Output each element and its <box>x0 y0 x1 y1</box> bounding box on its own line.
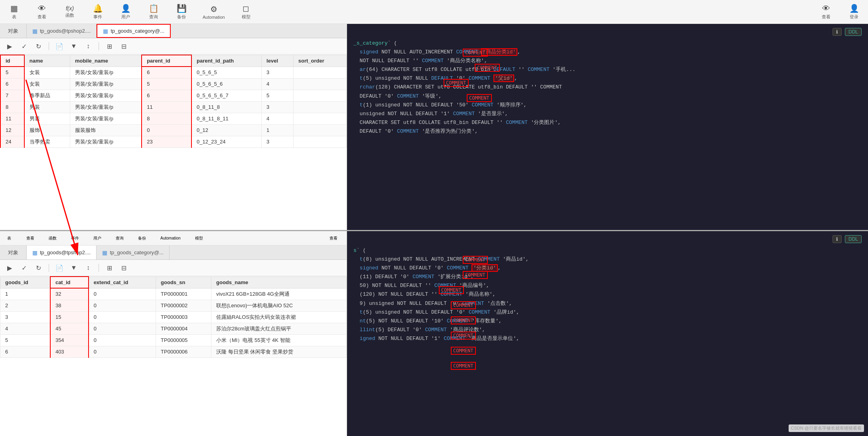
bottom-toolbar-query[interactable]: 查询 <box>112 234 127 243</box>
cell-level: 3 <box>262 136 294 147</box>
table-row[interactable]: 7春季新品男装/女装/童装/p60_5_6_5_6_75 <box>0 90 347 101</box>
grid-btn-top[interactable]: ⊞ <box>104 41 115 52</box>
sort-btn-top[interactable]: ↕ <box>83 41 94 52</box>
cell-extend_cat_id: 0 <box>89 323 156 334</box>
cell-goods_sn: TP0000006 <box>156 346 211 357</box>
bottom-toolbar-model[interactable]: 模型 <box>192 234 206 243</box>
table-row[interactable]: 6女装男装/女装/童装/p50_5_6_5_64 <box>0 78 347 90</box>
bottom-view2[interactable]: 查看 <box>324 234 343 243</box>
toolbar-event[interactable]: 🔔 事件 <box>88 2 108 22</box>
bottom-window-pane: 表 查看 函数 事件 用户 查询 <box>0 230 868 436</box>
top-right-header: ℹ DDL <box>353 28 862 36</box>
table-row[interactable]: 2380TP0000002联想(Lenovo)一体机电脑AIO 52C <box>0 300 347 311</box>
tab-tp-goods-category-bottom[interactable]: ▦ tp_goods_category@... <box>97 245 170 259</box>
cell-cat_id: 354 <box>50 334 89 346</box>
check-btn-bottom[interactable]: ✓ <box>18 262 30 273</box>
cell-sort_order <box>293 101 346 113</box>
filter-btn-top[interactable]: ▼ <box>68 41 79 52</box>
cell-mobile_name: 男装/女装/童装/p <box>70 67 142 78</box>
view-icon: 👁 <box>38 4 46 13</box>
bottom-toolbar-user[interactable]: 用户 <box>90 234 105 243</box>
comment-box-bottom-3: COMMENT <box>439 286 464 294</box>
table-row[interactable]: 4450TP0000004苏泊尔28cm玻璃盖火红点煎锅平 <box>0 323 347 334</box>
table-row[interactable]: 64030TP0000006沃隆 每日坚果 休闲零食 坚果炒货 <box>0 346 347 357</box>
table-icon-tab3: ▦ <box>32 249 37 256</box>
run-btn-bottom[interactable]: ▶ <box>4 262 15 273</box>
login-icon: 👤 <box>849 4 859 13</box>
cell-name: 男装 <box>24 113 70 124</box>
col-goods-name: goods_name <box>211 277 347 288</box>
top-left-panel: 对象 ▦ tp_goods@tpshop2.... ▦ tp_goods_cat… <box>0 24 347 230</box>
toolbar-view[interactable]: 👁 查看 <box>32 2 52 22</box>
sync-btn-bottom[interactable]: ↻ <box>33 262 44 273</box>
tab-tp-goods-bottom[interactable]: ▦ tp_goods@tpshop2.... <box>27 245 97 259</box>
table-row[interactable]: 3150TP0000003佐露絲RALOS实拍大码女装连衣裙 <box>0 311 347 323</box>
cell-goods_name: 沃隆 每日坚果 休闲零食 坚果炒货 <box>211 346 347 357</box>
tab-tp-goods-top[interactable]: ▦ tp_goods@tpshop2.... <box>27 24 97 38</box>
table-row[interactable]: 1320TP0000001vivoX21 6GB+128GB 4G全网通 <box>0 288 347 300</box>
cell-id: 11 <box>0 113 24 124</box>
col-btn-top[interactable]: ⊟ <box>118 41 129 52</box>
toolbar-model[interactable]: ◻ 模型 <box>236 2 256 22</box>
check-btn-top[interactable]: ✓ <box>18 41 30 52</box>
table-row[interactable]: 53540TP0000005小米（MI）电视 55英寸 4K 智能 <box>0 334 347 346</box>
info-btn-bottom[interactable]: ℹ <box>832 235 842 243</box>
doc-btn-bottom[interactable]: 📄 <box>54 262 65 273</box>
run-btn-top[interactable]: ▶ <box>4 41 15 52</box>
toolbar-function[interactable]: f(x) 函数 <box>60 4 80 20</box>
tab-tp-goods-category-top[interactable]: ▦ tp_goods_category@... <box>97 24 171 38</box>
bottom-toolbar-backup[interactable]: 备份 <box>135 234 149 243</box>
table-row[interactable]: 24当季热卖男装/女装/童装/p230_12_23_243 <box>0 136 347 147</box>
category-table: id name mobile_name parent_id parent_id_… <box>0 55 347 148</box>
cell-name: 春季新品 <box>24 90 70 101</box>
toolbar-view2[interactable]: 👁 查看 <box>816 2 836 22</box>
grid-btn-bottom[interactable]: ⊞ <box>104 262 115 273</box>
table-row[interactable]: 8男装男装/女装/童装/p110_8_11_83 <box>0 101 347 113</box>
table-row[interactable]: 12服饰服装服饰00_121 <box>0 124 347 136</box>
cell-goods_sn: TP0000003 <box>156 311 211 323</box>
col-btn-bottom[interactable]: ⊟ <box>118 262 129 273</box>
doc-btn-top[interactable]: 📄 <box>54 41 65 52</box>
cell-name: 女装 <box>24 67 70 78</box>
cell-parent_id: 0 <box>142 124 191 136</box>
cell-level: 5 <box>262 90 294 101</box>
toolbar-automation[interactable]: ⚙ Automation <box>199 3 228 21</box>
toolbar-table[interactable]: ▦ 表 <box>4 2 24 22</box>
cell-name: 服饰 <box>24 124 70 136</box>
bottom-toolbar-table[interactable]: 表 <box>3 234 15 243</box>
cell-extend_cat_id: 0 <box>89 300 156 311</box>
toolbar-user[interactable]: 👤 用户 <box>116 2 136 22</box>
cell-parent_id: 23 <box>142 136 191 147</box>
ddl-btn-top[interactable]: DDL <box>845 28 862 36</box>
bottom-toolbar-event[interactable]: 事件 <box>68 234 82 243</box>
info-btn-top[interactable]: ℹ <box>832 28 842 36</box>
cell-mobile_name: 男装/女装/童装/p <box>70 78 142 90</box>
cell-parent_id_path: 0_12 <box>191 124 261 136</box>
tab-objects-top[interactable]: 对象 <box>0 24 27 38</box>
table-row[interactable]: 11男装男装/女装/童装/p80_8_11_8_114 <box>0 113 347 124</box>
bottom-data-table: goods_id cat_id extend_cat_id goods_sn g… <box>0 276 347 436</box>
cell-level: 1 <box>262 124 294 136</box>
bottom-toolbar-view[interactable]: 查看 <box>23 234 37 243</box>
cell-mobile_name: 男装/女装/童装/p <box>70 113 142 124</box>
comment-box-1: COMMENT <box>463 49 488 57</box>
tab-objects-bottom[interactable]: 对象 <box>0 245 27 259</box>
bottom-sub-toolbar: ▶ ✓ ↻ 📄 ▼ ↕ ⊞ ⊟ <box>0 260 347 276</box>
main-toolbar: ▦ 表 👁 查看 f(x) 函数 🔔 事件 👤 用户 📋 查询 💾 备份 ⚙ <box>0 0 868 24</box>
cell-goods_name: vivoX21 6GB+128GB 4G全网通 <box>211 288 347 300</box>
sort-btn-bottom[interactable]: ↕ <box>83 262 94 273</box>
toolbar-query[interactable]: 📋 查询 <box>144 2 164 22</box>
table-row[interactable]: 5女装男装/女装/童装/p60_5_6_53 <box>0 67 347 78</box>
toolbar-backup[interactable]: 💾 备份 <box>172 2 191 22</box>
ddl-btn-bottom[interactable]: DDL <box>845 235 862 243</box>
toolbar-login[interactable]: 👤 登录 <box>844 2 864 22</box>
bottom-toolbar-function[interactable]: 函数 <box>45 234 60 243</box>
top-right-panel: ℹ DDL _s_category` ( signed NOT NULL AUT… <box>347 24 868 230</box>
bottom-toolbar-automation[interactable]: Automation <box>157 234 184 242</box>
filter-btn-bottom[interactable]: ▼ <box>68 262 79 273</box>
comment-box-bottom-7: COMMENT <box>451 347 476 355</box>
col-extend-cat-id: extend_cat_id <box>89 277 156 288</box>
comment-box-bottom-2: COMMENT <box>463 271 488 279</box>
sync-btn-top[interactable]: ↻ <box>33 41 44 52</box>
sep3 <box>49 264 49 272</box>
